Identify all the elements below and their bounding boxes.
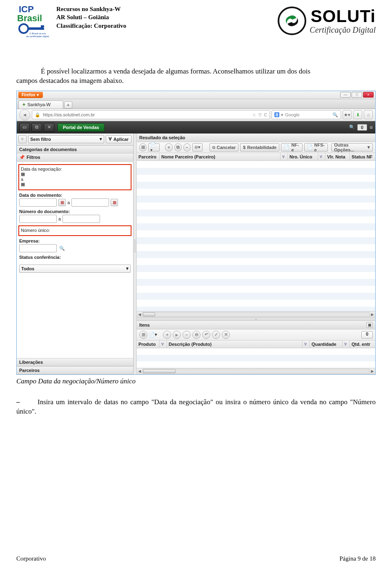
itens-remove-button[interactable]: − [183,331,191,339]
header-lines: Recursos no Sankhya-W AR Soluti – Goiâni… [56,5,126,30]
input-num-doc-to[interactable] [62,215,100,223]
calendar-icon[interactable]: ▦ [21,182,129,187]
itens-header: Itens ▣ [137,321,375,329]
toolbar-view-button[interactable]: ⊞ [139,143,147,151]
scroll-thumb[interactable] [143,312,155,316]
intro-line-1: É possível localizarmos a venda desejada… [41,67,310,75]
browser-tab[interactable]: ✦ Sankhya-W [18,100,63,109]
itens-grid-header: Produto ∀ Descrição (Produto) ∀ Quantida… [137,341,375,348]
col-filter-icon[interactable]: ∀ [318,153,325,160]
dropdown-icon[interactable]: ▽ [258,113,262,117]
downloads-button[interactable]: ⬇ [353,110,362,119]
back-button[interactable]: ◄ [19,109,30,120]
funnel-button[interactable]: ▿ [18,135,27,143]
status-conf-combo[interactable]: Todos ▾ [19,265,131,273]
rentab-label: Rentabilidade [247,145,276,150]
input-num-doc-from[interactable] [19,215,57,223]
new-tab-button[interactable]: + [64,101,72,109]
col-nro-unico[interactable]: Nro. Único [288,153,318,160]
appbar-panels-button[interactable]: ⧉ [31,123,42,132]
col-produto[interactable]: Produto [137,341,160,348]
col-quantidade[interactable]: Quantidade [310,341,343,348]
svg-rect-3 [41,28,44,30]
nfse-button[interactable]: 📄 NFS-e [304,143,328,151]
itens-add-button[interactable]: ＋ [163,331,171,339]
itens-view-button[interactable]: ⊞ [139,331,147,339]
toolbar-copy-button[interactable]: ⧉ [174,143,182,151]
calendar-icon[interactable]: ▦ [111,199,118,206]
itens-delete-button[interactable]: ⊖ [192,331,200,339]
col-filter-icon[interactable]: ∀ [160,341,167,348]
input-data-mov-from[interactable] [19,198,57,207]
window-minimize-button[interactable]: — [340,92,351,98]
col-filter-icon[interactable]: ∀ [281,153,288,160]
section-filtros[interactable]: 📌 Filtros [17,154,133,162]
col-nome-parceiro[interactable]: Nome Parceiro (Parceiro) [160,153,281,160]
input-data-mov-to[interactable] [71,198,109,207]
col-descricao[interactable]: Descrição (Produto) [167,341,303,348]
outras-opcoes-button[interactable]: Outras Opções... ▾ [331,143,373,151]
itens-cancel-button[interactable]: ✕ [222,331,230,339]
reload-button[interactable]: C [264,113,267,117]
horizontal-splitter[interactable] [137,318,375,321]
appbar-layout-button[interactable]: ▭ [19,123,30,132]
col-filter-icon[interactable]: ∀ [303,341,310,348]
firefox-menu-button[interactable]: Firefox ▾ [18,92,43,98]
itens-expand-button[interactable]: ▣ [366,322,373,328]
search-placeholder: Google [285,112,299,117]
vertical-splitter[interactable] [134,134,137,374]
nfe-button[interactable]: 📄 NF-e [281,143,302,151]
window-close-button[interactable]: × [363,92,374,98]
appbar-menu-icon[interactable]: ≡ [370,124,373,131]
calendar-icon[interactable]: ▦ [21,171,129,177]
bookmarks-menu-button[interactable]: ★▾ [343,110,352,119]
browser-search-box[interactable]: 8 ▾ Google 🔍 [272,110,341,119]
window-maximize-button[interactable]: □ [352,92,362,98]
cancel-button[interactable]: ⦸ Cancelar [209,143,238,151]
itens-next-button[interactable]: ► [173,331,181,339]
col-vlr-nota[interactable]: Vlr. Nota [325,153,350,160]
appbar-search-icon[interactable]: 🔍 [349,125,355,130]
scroll-left-icon[interactable]: ◄ [137,369,143,374]
header-line-1: Recursos no Sankhya-W [56,5,126,13]
apply-button[interactable]: ∀ Aplicar [106,135,131,143]
calendar-icon[interactable]: ▦ [58,199,66,206]
label-numero-unico: Número único: [21,228,129,233]
col-qtd-entr[interactable]: Qtd. entr [350,341,375,348]
appbar-close-button[interactable]: ✕ [44,123,54,132]
address-bar[interactable]: 🔒 https://sis.solutinet.com.br ☆ ▽ C [32,110,270,119]
scroll-left-icon[interactable]: ◄ [137,312,143,317]
section-categorias[interactable]: Categorias de documentos [17,145,133,154]
portal-tab[interactable]: Portal de Vendas [58,123,105,131]
lookup-icon[interactable]: 🔍 [58,245,66,252]
itens-confirm-button[interactable]: ✓ [212,331,220,339]
col-status-nf[interactable]: Status NF [350,153,375,160]
search-icon[interactable]: 🔍 [332,112,338,118]
itens-count: 0 [361,331,373,338]
itens-undo-button[interactable]: ↶ [202,331,210,339]
scroll-right-icon[interactable]: ► [370,312,375,317]
itens-hscroll[interactable]: ◄ ► [137,368,375,374]
grid-hscroll[interactable]: ◄ ► [137,311,375,318]
toolbar-report-button[interactable]: 📄▾ [148,143,160,151]
label-status-conf: Status conferência: [19,255,131,260]
scroll-right-icon[interactable]: ► [370,369,375,374]
section-parceiros[interactable]: Parceiros [17,366,133,374]
itens-grid-body[interactable] [137,348,375,368]
toolbar-remove-button[interactable]: − [183,143,191,151]
bookmark-star-icon[interactable]: ☆ [252,113,256,117]
itens-report-button[interactable]: 📄▾ [149,332,157,337]
grid-body[interactable] [137,161,375,311]
col-filter-icon[interactable]: ∀ [343,341,350,348]
toolbar-more-button[interactable]: ⊖▾ [192,143,203,151]
filter-combo[interactable]: Sem filtro ▾ [28,135,104,143]
input-empresa[interactable] [19,244,57,252]
page-footer: Corporativo Página 9 de 18 [16,555,376,562]
section-liberacoes[interactable]: Liberações [17,358,133,366]
soluti-tagline: Certificação Digital [310,26,376,34]
col-parceiro[interactable]: Parceiro [137,153,160,160]
scroll-thumb[interactable] [143,369,176,373]
rentabilidade-button[interactable]: $ Rentabilidade [240,143,279,151]
home-button[interactable]: ⌂ [364,110,373,119]
toolbar-add-button[interactable]: ＋ [165,143,172,151]
